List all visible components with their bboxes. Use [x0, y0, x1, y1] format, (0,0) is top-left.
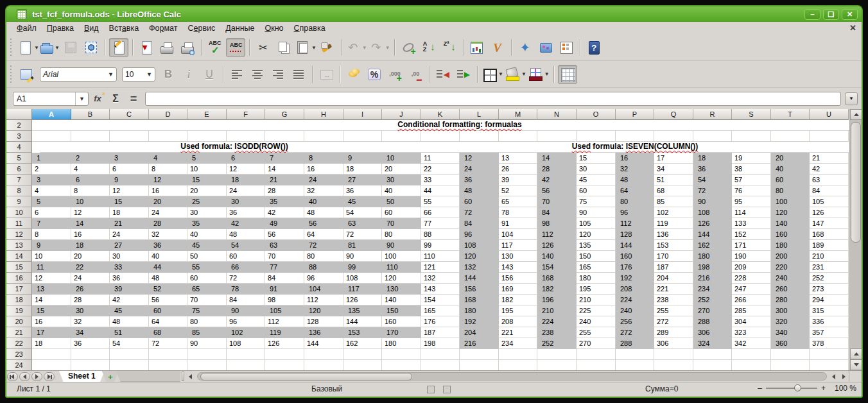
cell-H15[interactable]: 88 — [304, 262, 343, 273]
cell-Q22[interactable]: 306 — [654, 338, 693, 349]
cell-F13[interactable]: 54 — [227, 240, 265, 251]
cell-R6[interactable]: 36 — [693, 164, 732, 175]
cell-A16[interactable]: 12 — [32, 273, 71, 284]
cell-B11[interactable]: 14 — [71, 218, 110, 229]
selection-mode-icon[interactable] — [427, 386, 440, 395]
styles-window-button[interactable] — [557, 38, 576, 57]
border-color-button[interactable]: ▼ — [528, 65, 550, 84]
cell-M20[interactable]: 208 — [499, 316, 537, 327]
cell-S11[interactable]: 133 — [732, 218, 771, 229]
cell-H18[interactable]: 112 — [304, 295, 343, 305]
cell-H9[interactable]: 40 — [304, 196, 343, 207]
row-header-10[interactable]: 10 — [6, 207, 32, 218]
cell-C6[interactable]: 6 — [110, 164, 149, 175]
cell-E13[interactable]: 45 — [187, 240, 227, 251]
paste-button[interactable]: ▼ — [295, 38, 317, 57]
cell-M7[interactable]: 39 — [499, 175, 537, 185]
cell-D6[interactable]: 8 — [149, 164, 187, 175]
cell-K10[interactable]: 66 — [421, 207, 460, 218]
cell-Q12[interactable]: 136 — [654, 229, 693, 240]
edit-file-button[interactable] — [109, 38, 128, 57]
cell-R16[interactable]: 216 — [693, 273, 732, 284]
cell-title-right[interactable]: Used formula: ISEVEN(COLUMN()) — [421, 142, 849, 153]
increase-indent-button[interactable] — [454, 65, 473, 84]
column-header-F[interactable]: F — [227, 109, 265, 120]
cell-E3[interactable] — [187, 131, 227, 142]
borders-button[interactable]: ▼ — [482, 65, 503, 84]
cell-P11[interactable]: 112 — [616, 218, 654, 229]
cell-N10[interactable]: 84 — [537, 207, 577, 218]
cell-B21[interactable]: 34 — [71, 327, 110, 338]
cell-R7[interactable]: 54 — [693, 175, 732, 185]
cell-H24[interactable] — [304, 360, 343, 370]
scroll-right-button[interactable] — [838, 372, 849, 381]
cell-B7[interactable]: 6 — [71, 175, 110, 185]
cell-S3[interactable] — [732, 131, 771, 142]
cell-J22[interactable]: 180 — [382, 338, 421, 349]
currency-button[interactable] — [344, 65, 363, 84]
cell-Q13[interactable]: 153 — [654, 240, 693, 251]
row-header-7[interactable]: 7 — [6, 175, 32, 185]
cell-Q16[interactable]: 204 — [654, 273, 693, 284]
cell-S22[interactable]: 342 — [732, 338, 771, 349]
cell-O23[interactable] — [577, 349, 616, 360]
cell-C24[interactable] — [110, 360, 149, 370]
cell-N20[interactable]: 224 — [537, 316, 577, 327]
cell-I18[interactable]: 126 — [343, 295, 382, 305]
cell-Q18[interactable]: 238 — [654, 295, 693, 305]
cell-O11[interactable]: 105 — [577, 218, 616, 229]
row-header-5[interactable]: 5 — [6, 153, 32, 164]
navigator-button[interactable] — [516, 38, 535, 57]
cell-N23[interactable] — [537, 349, 577, 360]
cell-H13[interactable]: 72 — [304, 240, 343, 251]
help-button[interactable] — [584, 38, 603, 57]
cell-M22[interactable]: 234 — [499, 338, 537, 349]
maximize-button[interactable]: ❑ — [823, 9, 839, 20]
cell-M14[interactable]: 130 — [499, 251, 537, 262]
cell-U8[interactable]: 84 — [810, 185, 849, 196]
row-header-22[interactable]: 22 — [6, 338, 32, 349]
cell-Q6[interactable]: 34 — [654, 164, 693, 175]
redo-button[interactable]: ▼ — [369, 38, 390, 57]
cell-E11[interactable]: 35 — [187, 218, 227, 229]
title-bar[interactable]: tst_fcf_formula.ods - LibreOffice Calc –… — [6, 6, 862, 22]
cell-F11[interactable]: 42 — [227, 218, 265, 229]
cell-G13[interactable]: 63 — [265, 240, 304, 251]
row-header-21[interactable]: 21 — [6, 327, 32, 338]
cell-I15[interactable]: 99 — [343, 262, 382, 273]
cell-K11[interactable]: 77 — [421, 218, 460, 229]
cell-B15[interactable]: 22 — [71, 262, 110, 273]
row-header-19[interactable]: 19 — [6, 305, 32, 316]
dropdown-arrow-icon[interactable]: ▼ — [55, 45, 60, 51]
cell-A5[interactable]: 1 — [32, 153, 71, 164]
cell-T5[interactable]: 20 — [771, 153, 810, 164]
cell-Q20[interactable]: 272 — [654, 316, 693, 327]
cell-M15[interactable]: 143 — [499, 262, 537, 273]
cell-E17[interactable]: 65 — [187, 284, 227, 295]
cell-T6[interactable]: 40 — [771, 164, 810, 175]
cell-P18[interactable]: 224 — [616, 295, 654, 305]
cell-E16[interactable]: 60 — [187, 273, 227, 284]
cell-A22[interactable]: 18 — [32, 338, 71, 349]
cell-E21[interactable]: 85 — [187, 327, 227, 338]
cell-J18[interactable]: 140 — [382, 295, 421, 305]
cell-B6[interactable]: 4 — [71, 164, 110, 175]
select-all-corner[interactable] — [6, 109, 32, 120]
cell-J6[interactable]: 20 — [382, 164, 421, 175]
cell-J3[interactable] — [382, 131, 421, 142]
cell-K6[interactable]: 22 — [421, 164, 460, 175]
cell-I13[interactable]: 81 — [343, 240, 382, 251]
cell-I21[interactable]: 153 — [343, 327, 382, 338]
cell-D16[interactable]: 48 — [149, 273, 187, 284]
cell-I19[interactable]: 135 — [343, 305, 382, 316]
next-sheet-button[interactable] — [31, 372, 42, 381]
column-header-A[interactable]: A — [32, 109, 71, 120]
cell-N18[interactable]: 196 — [537, 295, 577, 305]
cell-I8[interactable]: 36 — [343, 185, 382, 196]
cell-L12[interactable]: 96 — [460, 229, 499, 240]
previous-sheet-button[interactable] — [19, 372, 30, 381]
cell-R23[interactable] — [693, 349, 732, 360]
column-header-B[interactable]: B — [71, 109, 110, 120]
cell-O5[interactable]: 15 — [577, 153, 616, 164]
cell-N3[interactable] — [537, 131, 577, 142]
